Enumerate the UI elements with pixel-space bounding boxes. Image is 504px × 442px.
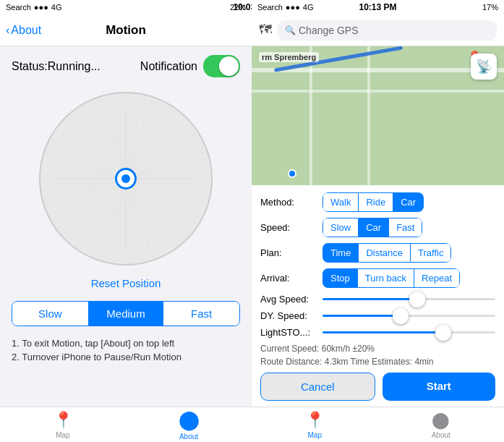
plan-distance[interactable]: Distance [359,243,411,263]
instruction-1: 1. To exit Motion, tap [About] on top le… [12,338,240,349]
lightsto-thumb[interactable] [435,325,451,341]
motion-dial[interactable] [39,92,213,265]
right-panel: Search ●●● 4G 10:13 PM 17% 🗺 🔍 Change GP… [252,0,504,442]
lightsto-label: LightSTO...: [260,327,318,338]
right-time: 10:13 PM [359,2,396,12]
dy-speed-track [323,315,495,317]
map-outline-icon: 🗺 [259,22,272,38]
dy-speed-slider[interactable] [323,315,495,317]
map-icon: 📍 [54,411,73,430]
back-button[interactable]: ‹ About [6,24,41,37]
method-walk[interactable]: Walk [323,192,359,212]
about-tab-icon: ⬤ [432,411,450,430]
tab-about-label: About [179,433,198,441]
speed-btn-group: Slow Car Fast [323,218,422,237]
arrival-row: Arrival: Stop Turn back Repeat [260,268,495,288]
avg-speed-track [323,298,495,300]
speed-row: Speed: Slow Car Fast [260,218,495,237]
lightsto-fill [323,331,443,333]
reset-position-button[interactable]: Reset Position [91,277,161,289]
plan-label: Plan: [260,247,318,258]
method-row: Method: Walk Ride Car [260,192,495,212]
dial-center [115,168,137,190]
action-row: Cancel Start [260,373,495,401]
speed-fast-r[interactable]: Fast [389,218,422,237]
left-nav-bar: ‹ About Motion [0,14,252,46]
dial-outer [39,92,213,265]
cancel-button[interactable]: Cancel [260,373,375,401]
road-h2 [252,90,504,93]
page-title: Motion [106,23,146,38]
status-row: Status:Running... Notification [12,55,240,77]
arrival-repeat[interactable]: Repeat [414,268,460,288]
plan-btn-group: Time Distance Traffic [323,243,451,263]
map-area[interactable]: 📍 📡 rm Spremberg [252,46,504,185]
arrival-turnback[interactable]: Turn back [358,268,414,288]
search-bar: 🗺 🔍 Change GPS [252,14,504,46]
speed-medium-button[interactable]: Medium [88,302,164,326]
speed-slow-r[interactable]: Slow [323,218,359,237]
gps-icon: 📡 [476,59,492,75]
about-icon: ⬤ [179,409,200,431]
tab-about-right-label: About [432,431,450,439]
left-status-bar: Search ●●● 4G 10:03 PM 22% [0,0,252,14]
tab-map-right[interactable]: 📍 Map [252,407,378,442]
dy-speed-thumb[interactable] [393,308,409,324]
method-btn-group: Walk Ride Car [323,192,424,212]
avg-speed-thumb[interactable] [409,292,425,307]
avg-speed-row: Avg Speed: [260,294,495,305]
tab-about[interactable]: ⬤ About [126,407,252,442]
speed-car-r[interactable]: Car [359,218,389,237]
right-battery: 17% [482,3,498,12]
dy-speed-fill [323,315,401,317]
plan-row: Plan: Time Distance Traffic [260,243,495,263]
toggle-knob [219,56,239,76]
left-carrier: Search ●●● 4G [6,3,61,12]
left-panel: Search ●●● 4G 10:03 PM 22% ‹ About Motio… [0,0,252,442]
lightsto-row: LightSTO...: [260,327,495,338]
search-magnifier-icon: 🔍 [285,25,296,35]
tab-about-right[interactable]: ⬤ About [378,407,505,442]
speed-selector: Slow Medium Fast [12,301,240,326]
road-v2 [367,46,370,185]
road-v1 [309,46,312,185]
lightsto-slider[interactable] [323,331,495,333]
speed-label: Speed: [260,222,318,233]
current-speed-info: Current Speed: 60km/h ±20% [260,344,495,354]
avg-speed-slider[interactable] [323,298,495,300]
method-label: Method: [260,197,318,208]
method-ride[interactable]: Ride [359,192,393,212]
method-car[interactable]: Car [393,192,424,212]
bottom-panel: Method: Walk Ride Car Speed: Slow Car Fa… [252,185,504,407]
instruction-2: 2. Turnover iPhone to Pause/Run Motion [12,352,240,362]
speed-fast-button[interactable]: Fast [163,302,239,326]
arrival-stop[interactable]: Stop [323,268,358,288]
avg-speed-fill [323,298,417,300]
notification-toggle[interactable] [203,55,240,77]
status-text: Status:Running... [12,60,101,73]
dy-speed-row: DY. Speed: [260,310,495,321]
gps-button[interactable]: 📡 [471,54,497,80]
plan-traffic[interactable]: Traffic [411,243,451,263]
speed-slow-button[interactable]: Slow [12,302,88,326]
left-tab-bar: 📍 Map ⬤ About [0,407,252,442]
avg-speed-label: Avg Speed: [260,294,318,305]
right-status-bar: Search ●●● 4G 10:13 PM 17% [252,0,504,14]
notification-label: Notification [140,60,197,73]
map-tab-icon: 📍 [305,411,325,430]
arrival-label: Arrival: [260,273,318,284]
notification-row: Notification [140,55,240,77]
tab-map[interactable]: 📍 Map [0,407,126,442]
location-label: rm Spremberg [259,52,319,62]
start-button[interactable]: Start [383,373,496,401]
plan-time[interactable]: Time [323,243,359,263]
current-location-dot [288,169,296,178]
arrival-btn-group: Stop Turn back Repeat [323,268,460,288]
tab-map-label: Map [56,431,69,439]
right-tab-bar: 📍 Map ⬤ About [252,407,504,442]
left-content: Status:Running... Notification [0,46,252,407]
instructions: 1. To exit Motion, tap [About] on top le… [12,338,240,365]
lightsto-track [323,331,495,333]
dy-speed-label: DY. Speed: [260,310,318,321]
search-input[interactable]: 🔍 Change GPS [278,20,497,41]
